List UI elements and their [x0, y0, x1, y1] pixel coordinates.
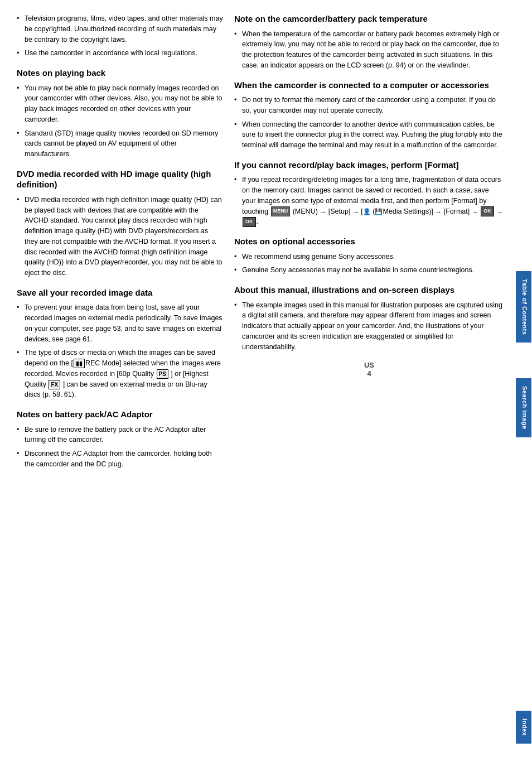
list-item: Be sure to remove the battery pack or th… — [17, 425, 223, 446]
main-content: Television programs, films, video tapes,… — [0, 0, 515, 757]
rec-mode-badge: ▮▮ — [74, 359, 85, 368]
dvd-media-list: DVD media recorded with high definition … — [17, 195, 223, 278]
connected-computer-list: Do not try to format the memory card of … — [234, 95, 504, 151]
list-item: When the temperature of the camcorder or… — [234, 29, 504, 71]
ps-badge: PS — [157, 369, 168, 379]
section-title-connected-computer: When the camcorder is connected to a com… — [234, 80, 504, 91]
fx-badge: FX — [49, 380, 60, 389]
menu-icon: MENU — [271, 206, 291, 216]
media-icon: 💾 — [375, 207, 383, 216]
playing-back-list: You may not be able to play back normall… — [17, 83, 223, 160]
arrow-icon: → — [320, 208, 326, 215]
arrow-icon: → — [435, 208, 442, 215]
list-item: Genuine Sony accessories may not be avai… — [234, 265, 504, 276]
list-item: Standard (STD) image quality movies reco… — [17, 128, 223, 160]
section-title-battery-pack: Notes on battery pack/AC Adaptor — [17, 409, 223, 420]
battery-pack-list: Be sure to remove the battery pack or th… — [17, 425, 223, 470]
left-column: Television programs, films, video tapes,… — [17, 13, 223, 744]
section-title-save-recorded: Save all your recorded image data — [17, 287, 223, 298]
list-item: Television programs, films, video tapes,… — [17, 13, 223, 45]
footer-page: US 4 — [234, 361, 504, 378]
save-recorded-list: To prevent your image data from being lo… — [17, 302, 223, 400]
intro-bullet-list: Television programs, films, video tapes,… — [17, 13, 223, 59]
list-item: You may not be able to play back normall… — [17, 83, 223, 125]
sidebar-item-search[interactable]: Search image — [516, 378, 531, 437]
arrow-icon: → — [472, 208, 478, 215]
arrow-icon: → — [352, 208, 359, 215]
section-title-battery-temp: Note on the camcorder/battery pack tempe… — [234, 13, 504, 25]
page-number: 4 — [367, 369, 371, 378]
sidebar: Table of Contents Search image Index — [515, 0, 532, 757]
section-title-about-manual: About this manual, illustrations and on-… — [234, 285, 504, 296]
list-item: If you repeat recording/deleting images … — [234, 175, 504, 227]
section-title-playing-back: Notes on playing back — [17, 67, 223, 79]
list-item: The type of discs or media on which the … — [17, 348, 223, 400]
list-item: To prevent your image data from being lo… — [17, 302, 223, 344]
right-column: Note on the camcorder/battery pack tempe… — [234, 13, 504, 744]
section-title-cannot-record: If you cannot record/play back images, p… — [234, 160, 504, 171]
list-item: Do not try to format the memory card of … — [234, 95, 504, 116]
cannot-record-list: If you repeat recording/deleting images … — [234, 175, 504, 227]
locale-label: US — [364, 361, 374, 369]
page-container: Television programs, films, video tapes,… — [0, 0, 532, 757]
setup-icon: 👤 — [363, 207, 371, 216]
ok-button-1: OK — [481, 206, 494, 216]
list-item: When connecting the camcorder to another… — [234, 119, 504, 151]
arrow-icon: → — [496, 208, 503, 215]
list-item: The example images used in this manual f… — [234, 300, 504, 353]
sidebar-item-toc[interactable]: Table of Contents — [516, 271, 531, 343]
section-title-optional-accessories: Notes on optional accessories — [234, 236, 504, 247]
section-title-dvd-media: DVD media recorded with HD image quality… — [17, 168, 223, 190]
list-item: DVD media recorded with high definition … — [17, 195, 223, 278]
ok-button-2: OK — [243, 217, 256, 227]
list-item: Disconnect the AC Adaptor from the camco… — [17, 449, 223, 470]
optional-accessories-list: We recommend using genuine Sony accessor… — [234, 252, 504, 276]
battery-temp-list: When the temperature of the camcorder or… — [234, 29, 504, 71]
list-item: We recommend using genuine Sony accessor… — [234, 252, 504, 262]
list-item: Use the camcorder in accordance with loc… — [17, 48, 223, 59]
sidebar-item-index[interactable]: Index — [516, 711, 531, 744]
about-manual-list: The example images used in this manual f… — [234, 300, 504, 353]
